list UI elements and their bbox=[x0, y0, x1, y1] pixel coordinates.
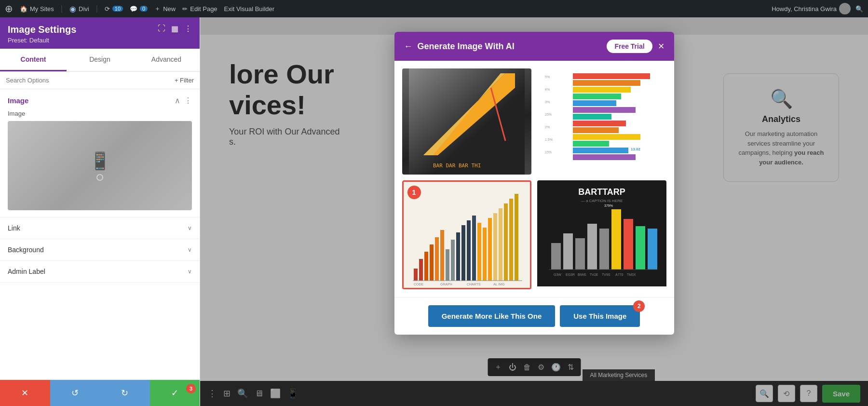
divi-menu[interactable]: ◉ Divi bbox=[69, 4, 89, 14]
search-admin-icon[interactable]: 🔍 bbox=[855, 5, 863, 13]
chart-3-preview: CODE GRAPH CHARTS AL IMG bbox=[404, 182, 530, 288]
redo-button[interactable]: ↻ bbox=[100, 380, 150, 406]
save-sidebar-button[interactable]: ✓ 3 bbox=[150, 380, 200, 406]
comments-menu[interactable]: 💬 0 bbox=[130, 5, 148, 13]
svg-rect-14 bbox=[573, 127, 619, 133]
expand-icon[interactable]: ⛶ bbox=[158, 24, 165, 33]
svg-rect-13 bbox=[573, 121, 626, 126]
image-preview[interactable]: 📱 bbox=[8, 121, 192, 210]
exit-builder-link[interactable]: Exit Visual Builder bbox=[224, 5, 275, 13]
svg-rect-35 bbox=[451, 240, 455, 281]
image-placeholder-icon: 📱 bbox=[89, 151, 111, 171]
svg-text:TM3X: TM3X bbox=[627, 273, 636, 276]
ai-image-1[interactable]: BAR DAR BAR THI bbox=[402, 68, 531, 175]
svg-text:BARTTARP: BARTTARP bbox=[578, 187, 625, 197]
chart-4-svg: BARTTARP — a CAPTION IS HERE bbox=[544, 180, 660, 286]
divi-icon: ◉ bbox=[69, 4, 76, 14]
svg-rect-6 bbox=[573, 73, 650, 79]
admin-label-title: Admin Label bbox=[8, 268, 45, 275]
admin-bar-right: Howdy, Christina Gwira 🔍 bbox=[772, 3, 863, 14]
svg-rect-12 bbox=[573, 114, 611, 120]
ai-image-2[interactable]: 5% 4% 3% 25% 2% 1.5% 15% 13.02 bbox=[537, 68, 666, 175]
svg-text:BAR DAR BAR THI: BAR DAR BAR THI bbox=[433, 162, 481, 169]
background-chevron-icon: ∨ bbox=[188, 246, 192, 253]
admin-label-section[interactable]: Admin Label ∨ bbox=[0, 261, 200, 283]
image-section: Image ∧ ⋮ Image 📱 bbox=[0, 89, 200, 217]
edit-page-link[interactable]: ✏ Edit Page bbox=[182, 5, 217, 13]
back-icon[interactable]: ← bbox=[404, 41, 413, 52]
updates-menu[interactable]: ⟳ 10 bbox=[105, 5, 123, 13]
plus-icon: ＋ bbox=[154, 4, 161, 13]
tab-advanced[interactable]: Advanced bbox=[133, 49, 200, 71]
chart-3-svg: CODE GRAPH CHARTS AL IMG bbox=[409, 182, 525, 288]
background-section[interactable]: Background ∨ bbox=[0, 239, 200, 261]
ai-image-4[interactable]: BARTTARP — a CAPTION IS HERE bbox=[537, 180, 666, 289]
selected-badge-1: 1 bbox=[407, 186, 421, 199]
new-menu[interactable]: ＋ New bbox=[154, 4, 176, 13]
reset-button[interactable]: ↺ bbox=[50, 380, 100, 406]
svg-rect-58 bbox=[575, 238, 585, 270]
svg-rect-38 bbox=[467, 220, 471, 281]
filter-button[interactable]: + Filter bbox=[175, 77, 194, 84]
modal-header: ← Generate Image With AI Free Trial × bbox=[394, 32, 674, 61]
svg-rect-47 bbox=[515, 194, 518, 281]
svg-text:GRAPH: GRAPH bbox=[440, 283, 452, 286]
tab-content[interactable]: Content bbox=[0, 49, 67, 71]
svg-text:BIWE: BIWE bbox=[578, 273, 586, 276]
svg-text:A770: A770 bbox=[615, 273, 623, 276]
section-more-icon[interactable]: ⋮ bbox=[184, 96, 192, 105]
my-sites-menu[interactable]: 🏠 My Sites bbox=[20, 5, 54, 13]
svg-rect-28 bbox=[414, 269, 418, 281]
link-section[interactable]: Link ∨ bbox=[0, 217, 200, 239]
more-options-icon[interactable]: ⋮ bbox=[184, 24, 192, 33]
svg-rect-56 bbox=[551, 243, 561, 270]
columns-icon[interactable]: ▦ bbox=[171, 24, 178, 33]
svg-rect-16 bbox=[573, 141, 609, 147]
svg-rect-62 bbox=[624, 219, 633, 270]
svg-rect-8 bbox=[573, 87, 631, 93]
image-field-label: Image bbox=[8, 110, 192, 117]
cancel-button[interactable]: ✕ bbox=[0, 380, 50, 406]
svg-rect-42 bbox=[488, 218, 492, 281]
svg-rect-15 bbox=[573, 134, 640, 140]
svg-text:EG3R: EG3R bbox=[566, 273, 575, 276]
save-count-badge: 3 bbox=[186, 384, 196, 393]
svg-rect-46 bbox=[509, 199, 513, 281]
svg-text:13.02: 13.02 bbox=[631, 147, 641, 151]
chart-2-preview: 5% 4% 3% 25% 2% 1.5% 15% 13.02 bbox=[537, 68, 666, 175]
generate-more-button[interactable]: Generate More Like This One bbox=[428, 305, 556, 327]
svg-rect-32 bbox=[435, 237, 439, 281]
svg-text:— a CAPTION IS HERE: — a CAPTION IS HERE bbox=[581, 199, 623, 203]
modal-close-button[interactable]: × bbox=[658, 41, 665, 52]
wp-icon[interactable]: ⊕ bbox=[5, 3, 13, 14]
svg-rect-11 bbox=[573, 107, 636, 113]
svg-rect-36 bbox=[456, 232, 460, 281]
tab-design[interactable]: Design bbox=[67, 49, 133, 71]
chart-1-svg: BAR DAR BAR THI bbox=[409, 68, 525, 175]
collapse-image-icon[interactable]: ∧ bbox=[175, 96, 180, 105]
image-section-header: Image ∧ ⋮ bbox=[8, 96, 192, 105]
edit-icon: ✏ bbox=[182, 5, 188, 13]
sites-icon: 🏠 bbox=[20, 5, 27, 13]
user-greeting[interactable]: Howdy, Christina Gwira bbox=[772, 3, 851, 14]
svg-text:5%: 5% bbox=[545, 75, 550, 79]
admin-bar: ⊕ 🏠 My Sites | ◉ Divi | ⟳ 10 💬 0 ＋ New ✏… bbox=[0, 0, 868, 17]
content-area: lore Our vices! Your ROI with Our Advanc… bbox=[200, 17, 868, 406]
main-layout: Image Settings Preset: Default ⛶ ▦ ⋮ Con… bbox=[0, 17, 868, 406]
ai-modal: ← Generate Image With AI Free Trial × bbox=[394, 32, 674, 335]
ai-image-3[interactable]: 1 bbox=[402, 180, 531, 289]
image-grid: BAR DAR BAR THI bbox=[402, 68, 666, 289]
sidebar-preset[interactable]: Preset: Default bbox=[8, 37, 192, 44]
svg-rect-33 bbox=[440, 230, 444, 281]
image-section-title: Image bbox=[8, 96, 28, 105]
modal-body: BAR DAR BAR THI bbox=[394, 61, 674, 297]
use-image-button[interactable]: Use This Image 2 bbox=[560, 305, 640, 327]
settings-sidebar: Image Settings Preset: Default ⛶ ▦ ⋮ Con… bbox=[0, 17, 200, 406]
svg-text:1.5%: 1.5% bbox=[545, 138, 553, 141]
chart-2-svg: 5% 4% 3% 25% 2% 1.5% 15% 13.02 bbox=[544, 68, 660, 175]
search-input[interactable] bbox=[6, 77, 171, 84]
sidebar-bottom-bar: ✕ ↺ ↻ ✓ 3 bbox=[0, 379, 200, 406]
svg-rect-37 bbox=[461, 225, 465, 281]
svg-text:379%: 379% bbox=[604, 204, 613, 207]
free-trial-badge[interactable]: Free Trial bbox=[607, 40, 652, 53]
